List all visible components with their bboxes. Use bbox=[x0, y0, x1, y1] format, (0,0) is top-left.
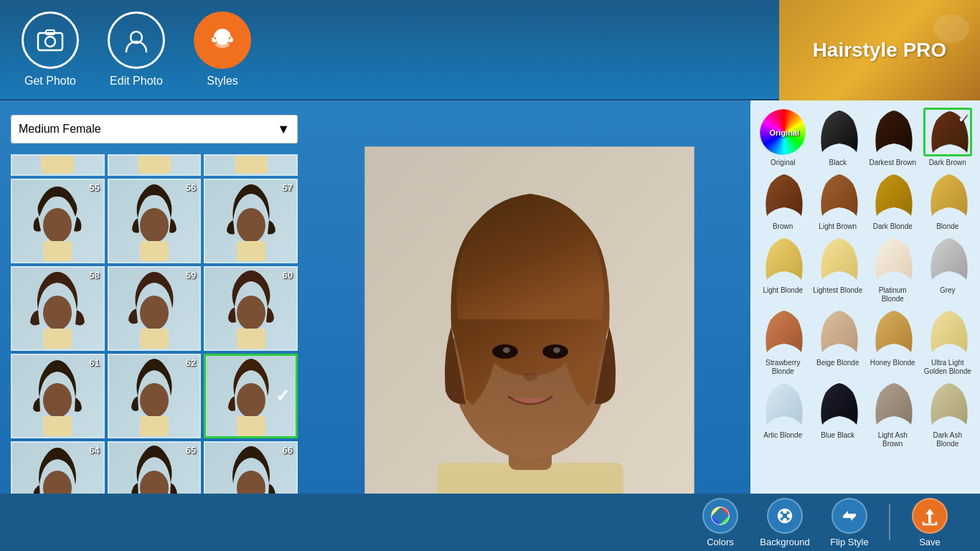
color-item-light-brown[interactable]: Light Brown bbox=[813, 171, 864, 231]
color-item-light-blonde[interactable]: Light Blonde bbox=[758, 235, 809, 303]
flip-style-label: Flip Style bbox=[830, 537, 868, 547]
nav-edit-photo[interactable]: Edit Photo bbox=[108, 11, 165, 88]
color-item-darkest-brown[interactable]: Darkest Brown bbox=[867, 108, 918, 167]
color-item-platinum-blonde[interactable]: Platinum Blonde bbox=[867, 235, 918, 303]
color-item-ultra-light-golden-blonde[interactable]: Ultra Light Golden Blonde bbox=[923, 308, 974, 376]
colors-label: Colors bbox=[707, 537, 734, 547]
color-label-original: Original bbox=[771, 159, 795, 167]
color-label-beige-blonde: Beige Blonde bbox=[816, 359, 859, 367]
color-item-black[interactable]: Black bbox=[813, 108, 864, 167]
color-item-dark-ash-blonde[interactable]: Dark Ash Blonde bbox=[923, 380, 974, 448]
svg-rect-31 bbox=[140, 416, 169, 436]
style-item-55[interactable]: 55 bbox=[11, 179, 105, 263]
svg-rect-0 bbox=[38, 33, 62, 50]
svg-point-26 bbox=[237, 296, 265, 330]
svg-point-24 bbox=[140, 296, 169, 330]
svg-point-20 bbox=[237, 208, 265, 242]
svg-text:✓: ✓ bbox=[957, 111, 968, 126]
flip-style-icon bbox=[831, 498, 867, 534]
style-number-66: 66 bbox=[283, 445, 293, 456]
style-item-58[interactable]: 58 bbox=[11, 266, 105, 351]
color-item-blue-black[interactable]: Blue Black bbox=[813, 380, 864, 448]
svg-point-5 bbox=[215, 41, 230, 48]
nav-get-photo[interactable]: Get Photo bbox=[22, 11, 79, 88]
toolbar-save[interactable]: Save bbox=[901, 498, 958, 547]
color-item-honey-blonde[interactable]: Honey Blonde bbox=[867, 308, 918, 376]
toolbar-divider bbox=[889, 504, 890, 540]
main-content: Medium Female ▼ bbox=[0, 100, 980, 551]
toolbar-colors[interactable]: Colors bbox=[692, 498, 749, 547]
style-grid: 55 56 57 58 bbox=[11, 154, 298, 526]
style-number-61: 61 bbox=[89, 357, 99, 368]
style-number-59: 59 bbox=[186, 270, 196, 281]
toolbar-flip-style[interactable]: Flip Style bbox=[821, 498, 878, 547]
style-item-partial-2[interactable] bbox=[108, 154, 202, 176]
style-item-62[interactable]: 62 bbox=[108, 354, 202, 438]
color-label-strawberry-blonde: Strawberry Blonde bbox=[758, 359, 809, 376]
style-number-64: 64 bbox=[89, 445, 99, 456]
color-grid: Original Original Black bbox=[758, 108, 973, 448]
color-item-light-ash-brown[interactable]: Light Ash Brown bbox=[867, 380, 918, 448]
color-label-brown: Brown bbox=[773, 222, 793, 231]
color-item-lightest-blonde[interactable]: Lightest Blonde bbox=[813, 235, 864, 303]
color-label-blonde: Blonde bbox=[936, 222, 958, 231]
color-item-brown[interactable]: Brown bbox=[758, 171, 809, 231]
color-label-black: Black bbox=[829, 159, 847, 167]
svg-point-55 bbox=[778, 514, 783, 518]
color-label-dark-blonde: Dark Blonde bbox=[873, 222, 913, 231]
svg-point-53 bbox=[783, 509, 787, 514]
style-item-60[interactable]: 60 bbox=[204, 266, 298, 351]
svg-rect-17 bbox=[43, 241, 72, 261]
bottom-toolbar: Colors Background Flip Styl bbox=[0, 494, 980, 551]
color-item-original[interactable]: Original Original bbox=[758, 108, 809, 167]
style-item-61[interactable]: 61 bbox=[11, 354, 105, 438]
color-label-dark-brown: Dark Brown bbox=[929, 159, 966, 167]
svg-rect-27 bbox=[237, 329, 265, 349]
svg-rect-12 bbox=[138, 154, 171, 174]
nav-styles[interactable]: Styles bbox=[194, 11, 251, 88]
svg-point-18 bbox=[140, 208, 169, 242]
color-item-strawberry-blonde[interactable]: Strawberry Blonde bbox=[758, 308, 809, 376]
style-item-56[interactable]: 56 bbox=[108, 179, 202, 263]
color-label-darkest-brown: Darkest Brown bbox=[869, 159, 916, 167]
svg-point-32 bbox=[237, 383, 265, 418]
color-item-dark-brown[interactable]: ✓ Dark Brown bbox=[923, 108, 974, 167]
color-item-grey[interactable]: Grey bbox=[923, 235, 974, 303]
color-label-blue-black: Blue Black bbox=[821, 431, 854, 440]
svg-point-47 bbox=[503, 347, 510, 353]
style-category-dropdown[interactable]: Medium Female ▼ bbox=[11, 115, 298, 143]
color-item-blonde[interactable]: Blonde bbox=[923, 171, 974, 231]
style-item-57[interactable]: 57 bbox=[204, 179, 298, 263]
style-item-59[interactable]: 59 bbox=[108, 266, 202, 351]
color-label-honey-blonde: Honey Blonde bbox=[870, 359, 915, 367]
app-title: Hairstyle PRO bbox=[813, 39, 947, 62]
svg-rect-33 bbox=[237, 416, 265, 436]
style-number-55: 55 bbox=[89, 182, 99, 193]
svg-point-16 bbox=[43, 208, 72, 242]
style-item-63[interactable]: ✓ bbox=[204, 354, 298, 438]
get-photo-label: Get Photo bbox=[24, 75, 76, 88]
style-number-62: 62 bbox=[186, 357, 196, 368]
style-item-partial-3[interactable] bbox=[204, 154, 298, 176]
svg-rect-25 bbox=[140, 329, 169, 349]
color-item-beige-blonde[interactable]: Beige Blonde bbox=[813, 308, 864, 376]
svg-point-54 bbox=[783, 518, 787, 522]
style-number-57: 57 bbox=[283, 182, 293, 193]
dropdown-arrow-icon: ▼ bbox=[277, 122, 290, 137]
color-item-artic-blonde[interactable]: Artic Blonde bbox=[758, 380, 809, 448]
style-item-partial-1[interactable] bbox=[11, 154, 105, 176]
color-label-artic-blonde: Artic Blonde bbox=[763, 431, 802, 440]
background-icon bbox=[767, 498, 803, 534]
style-number-56: 56 bbox=[186, 182, 196, 193]
background-label: Background bbox=[760, 537, 809, 547]
color-label-light-brown: Light Brown bbox=[819, 222, 857, 231]
svg-point-30 bbox=[140, 383, 169, 418]
toolbar-background[interactable]: Background bbox=[756, 498, 814, 547]
color-item-dark-blonde[interactable]: Dark Blonde bbox=[867, 171, 918, 231]
svg-point-1 bbox=[45, 37, 55, 47]
svg-point-48 bbox=[553, 347, 560, 353]
color-panel: Original Original Black bbox=[750, 100, 980, 551]
svg-rect-21 bbox=[237, 241, 265, 261]
preview-frame bbox=[364, 146, 694, 505]
svg-point-22 bbox=[43, 296, 72, 330]
